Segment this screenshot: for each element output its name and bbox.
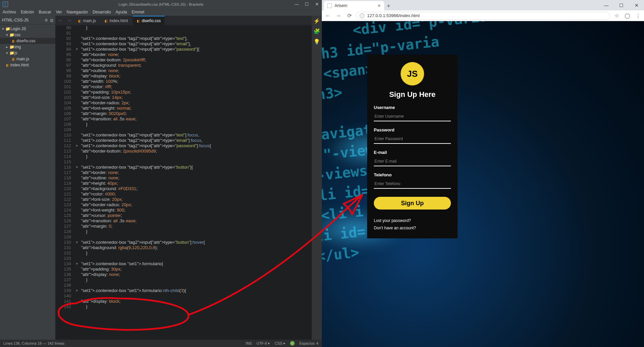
editor-tabs: ← → ◧main.js ◧index.html ◧diseño.css <box>55 16 312 25</box>
extensions-icon[interactable]: 🧩 <box>313 28 320 35</box>
status-spaces[interactable]: Espacios: 4 <box>299 341 318 345</box>
gear-icon[interactable]: ⚙ <box>45 18 48 22</box>
menu-ayuda[interactable]: Ayuda <box>116 10 127 14</box>
page-viewport: <div id="p-varian <h3 id="p-varia <span>… <box>322 21 644 347</box>
status-encoding[interactable]: UTF-8 ▾ <box>256 341 270 346</box>
tab-mainjs[interactable]: ◧main.js <box>74 16 100 25</box>
browser-max-button[interactable]: ☐ <box>614 0 629 10</box>
no-account-link[interactable]: Don't have an account? <box>374 226 451 230</box>
signup-title: Sign Up Here <box>374 90 451 99</box>
tree-html-file[interactable]: ◧index.html <box>0 62 55 68</box>
brackets-statusbar: Línea 136, Columna 19 — 142 líneas INS U… <box>0 340 322 347</box>
brackets-titlebar: ▯ Login JS/css/diseño.css (HTML-CSS-JS) … <box>0 0 322 8</box>
status-cursor: Línea 136, Columna 19 — 142 líneas <box>3 341 64 345</box>
favicon-icon <box>327 3 332 8</box>
input-username[interactable] <box>374 112 451 121</box>
menu-navegacion[interactable]: Navegación <box>67 10 88 14</box>
tree-css-folder[interactable]: ▾📁 css <box>0 32 55 38</box>
input-password[interactable] <box>374 134 451 144</box>
tree-root[interactable]: ▾📁 Login JS <box>0 26 55 32</box>
forward-button[interactable]: → <box>335 13 343 19</box>
menu-ver[interactable]: Ver <box>56 10 62 14</box>
menu-desarrollo[interactable]: Desarrollo <box>93 10 111 14</box>
tree-js-folder[interactable]: ▾📁 js <box>0 50 55 56</box>
tab-indexhtml[interactable]: ◧index.html <box>101 16 132 25</box>
live-preview-icon[interactable]: ⚡ <box>313 18 320 24</box>
back-button[interactable]: ← <box>324 13 332 19</box>
browser-window: Artsem ✕ + — ☐ ✕ ← → ⟳ i 127.0.0.1:53966… <box>322 0 644 347</box>
brackets-sidebar: HTML-CSS-JS ⚙▥ ▾📁 Login JS ▾📁 css ◧diseñ… <box>0 16 55 340</box>
tab-close-icon[interactable]: ✕ <box>377 3 381 8</box>
min-button[interactable]: — <box>292 0 302 8</box>
brackets-title: Login JS/css/diseño.css (HTML-CSS-JS) - … <box>0 2 322 6</box>
browser-min-button[interactable]: — <box>599 0 614 10</box>
menu-edicion[interactable]: Edición <box>21 10 34 14</box>
lost-password-link[interactable]: Lost your password? <box>374 218 451 223</box>
new-tab-button[interactable]: + <box>384 2 393 10</box>
menu-emmet[interactable]: Emmet <box>132 10 144 14</box>
status-ok-icon[interactable]: ✓ <box>290 341 295 346</box>
file-tree: ▾📁 Login JS ▾📁 css ◧diseño.css ▸📁 img ▾📁… <box>0 24 55 69</box>
split-icon[interactable]: ▥ <box>50 18 53 22</box>
profile-icon[interactable]: ◯ <box>623 13 631 19</box>
tree-img-folder[interactable]: ▸📁 img <box>0 44 55 50</box>
max-button[interactable]: ☐ <box>302 0 312 8</box>
tab-disenocss[interactable]: ◧diseño.css <box>133 16 165 25</box>
menu-buscar[interactable]: Buscar <box>39 10 51 14</box>
input-email[interactable] <box>374 157 451 166</box>
close-button[interactable]: ✕ <box>312 0 322 8</box>
status-lang[interactable]: CSS ▾ <box>275 341 285 346</box>
url-text: 127.0.0.1:53966/index.html <box>367 13 420 18</box>
menu-archivo[interactable]: Archivo <box>3 10 16 14</box>
tab-fwd-icon[interactable]: → <box>65 18 73 23</box>
brackets-menubar: Archivo Edición Buscar Ver Navegación De… <box>0 8 322 16</box>
brackets-app-icon: ▯ <box>3 2 8 7</box>
label-telefono: Telefono <box>374 172 451 177</box>
project-header[interactable]: HTML-CSS-JS ⚙▥ <box>0 16 55 24</box>
code-editor[interactable]: 9091929394959697989910010110210310410510… <box>55 25 312 340</box>
reload-button[interactable]: ⟳ <box>345 12 353 19</box>
browser-close-button[interactable]: ✕ <box>629 0 644 10</box>
tab-back-icon[interactable]: ← <box>57 18 65 23</box>
brackets-rightbar: ⚡ 🧩 💡 <box>312 16 322 340</box>
kebab-menu-icon[interactable]: ⋮ <box>634 13 642 19</box>
label-username: Username <box>374 105 451 110</box>
address-bar[interactable]: i 127.0.0.1:53966/index.html <box>356 12 610 20</box>
tree-js-file[interactable]: ◧main.js <box>0 56 55 62</box>
browser-tab[interactable]: Artsem ✕ <box>324 1 384 10</box>
signup-box: JS Sign Up Here Username Password E-mail… <box>367 55 458 238</box>
tab-title: Artsem <box>335 3 347 8</box>
signup-button[interactable]: Sign Up <box>374 197 451 210</box>
js-badge-icon: JS <box>401 62 424 85</box>
label-password: Password <box>374 127 451 132</box>
bookmark-icon[interactable]: ☆ <box>612 13 621 19</box>
label-email: E-mail <box>374 150 451 155</box>
brackets-window: ▯ Login JS/css/diseño.css (HTML-CSS-JS) … <box>0 0 322 347</box>
hints-icon[interactable]: 💡 <box>313 39 320 45</box>
status-ins[interactable]: INS <box>246 341 252 345</box>
browser-toolbar: ← → ⟳ i 127.0.0.1:53966/index.html ☆ ◯ ⋮ <box>322 10 644 21</box>
project-name: HTML-CSS-JS <box>2 18 28 22</box>
input-telefono[interactable] <box>374 179 451 189</box>
tree-css-file[interactable]: ◧diseño.css <box>0 38 55 44</box>
editor-area: ← → ◧main.js ◧index.html ◧diseño.css 909… <box>55 16 312 340</box>
site-info-icon[interactable]: i <box>360 13 364 18</box>
browser-tabstrip: Artsem ✕ + — ☐ ✕ <box>322 0 644 10</box>
